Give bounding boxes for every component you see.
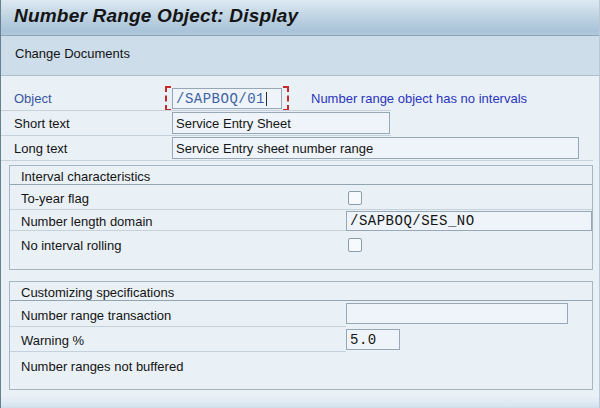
sap-window: Number Range Object: Display Change Docu… [0,0,600,408]
row-separator [10,326,346,327]
no-interval-rolling-checkbox[interactable] [348,238,362,252]
warning-percent-label: Warning % [21,331,84,351]
number-range-transaction-label: Number range transaction [21,306,171,326]
no-interval-rolling-label: No interval rolling [21,236,121,256]
focus-bracket-right-icon [283,86,289,111]
long-text-input[interactable]: Service Entry sheet number range [172,137,579,159]
object-value: /SAPBOQ/01 [176,91,265,107]
row-separator [10,209,592,210]
page-title: Number Range Object: Display [14,5,298,27]
short-text-input[interactable]: Service Entry Sheet [172,112,390,134]
interval-characteristics-title: Interval characteristics [21,169,150,184]
row-separator [10,230,346,231]
row-separator [1,135,391,136]
window-bottom-edge [1,396,599,408]
row-separator [1,110,391,111]
application-toolbar: Change Documents [1,36,599,76]
to-year-flag-checkbox[interactable] [348,191,362,205]
row-separator [1,160,593,161]
focus-bracket-left-icon [165,86,171,111]
group-title-underline [10,300,592,301]
buffering-note: Number ranges not buffered [21,357,183,377]
status-message: Number range object has no intervals [311,89,527,109]
group-title-underline [10,184,592,185]
long-text-label: Long text [14,139,68,159]
number-length-domain-value: /SAPBOQ/SES_NO [350,213,475,229]
number-range-transaction-input[interactable] [346,303,568,324]
number-length-domain-input[interactable]: /SAPBOQ/SES_NO [346,211,592,231]
long-text-value: Service Entry sheet number range [176,141,373,156]
customizing-specifications-title: Customizing specifications [21,285,174,300]
short-text-label: Short text [14,114,70,134]
short-text-value: Service Entry Sheet [176,116,291,131]
change-documents-button[interactable]: Change Documents [15,46,130,61]
object-label: Object [14,89,52,109]
to-year-flag-label: To-year flag [21,189,89,209]
warning-percent-value: 5.0 [350,332,377,348]
text-cursor [266,92,267,106]
warning-percent-input[interactable]: 5.0 [346,329,400,350]
number-length-domain-label: Number length domain [21,212,153,232]
object-input[interactable]: /SAPBOQ/01 [172,88,282,109]
title-bar: Number Range Object: Display [1,0,599,36]
row-separator [10,351,346,352]
